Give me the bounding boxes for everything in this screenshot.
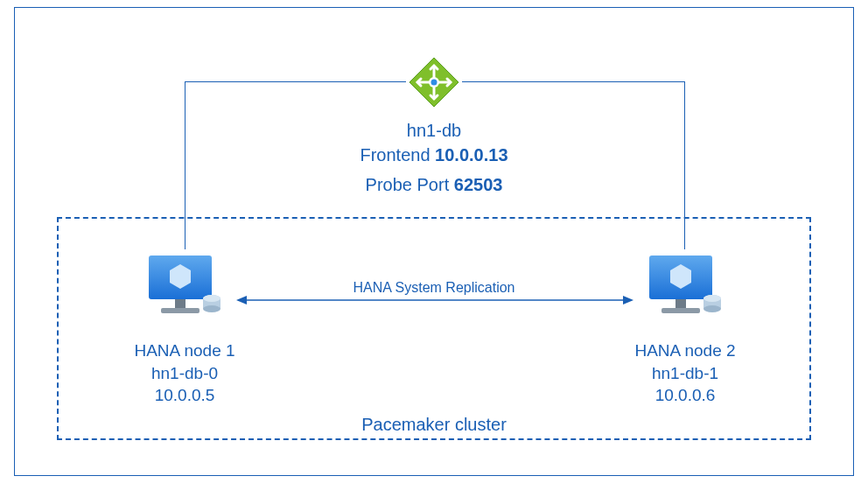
- svg-rect-12: [161, 308, 200, 313]
- load-balancer-frontend: Frontend 10.0.0.13: [0, 145, 868, 165]
- load-balancer-probe: Probe Port 62503: [0, 175, 868, 195]
- node2-ip: 10.0.0.6: [606, 384, 764, 407]
- vm-icon-node2: [646, 254, 724, 322]
- node1-ip: 10.0.0.5: [106, 384, 263, 407]
- svg-point-17: [203, 295, 220, 302]
- svg-point-25: [704, 295, 721, 302]
- svg-rect-11: [175, 299, 186, 308]
- svg-point-6: [431, 80, 438, 86]
- node2-title: HANA node 2: [606, 340, 764, 362]
- svg-marker-9: [623, 296, 634, 304]
- node2-hostname: hn1-db-1: [606, 362, 764, 385]
- svg-rect-20: [662, 308, 700, 313]
- connector-lb-to-node2-h: [462, 81, 685, 82]
- svg-rect-19: [676, 299, 686, 308]
- node1-hostname: hn1-db-0: [106, 362, 263, 385]
- frontend-label: Frontend: [360, 145, 430, 164]
- node1-title: HANA node 1: [106, 340, 263, 362]
- pacemaker-cluster-label: Pacemaker cluster: [0, 415, 868, 435]
- node2-text: HANA node 2 hn1-db-1 10.0.0.6: [606, 340, 764, 407]
- probe-port: 62503: [454, 175, 503, 194]
- vm-icon-node1: [145, 254, 224, 322]
- connector-lb-to-node1-h: [185, 81, 406, 82]
- replication-arrow: [236, 293, 634, 307]
- svg-point-16: [203, 305, 220, 312]
- frontend-ip: 10.0.0.13: [435, 145, 508, 164]
- svg-marker-8: [236, 296, 247, 304]
- svg-point-24: [704, 305, 721, 312]
- probe-label: Probe Port: [366, 175, 450, 194]
- node1-text: HANA node 1 hn1-db-0 10.0.0.5: [106, 340, 263, 407]
- load-balancer-name: hn1-db: [0, 121, 868, 141]
- load-balancer-icon: [408, 56, 460, 108]
